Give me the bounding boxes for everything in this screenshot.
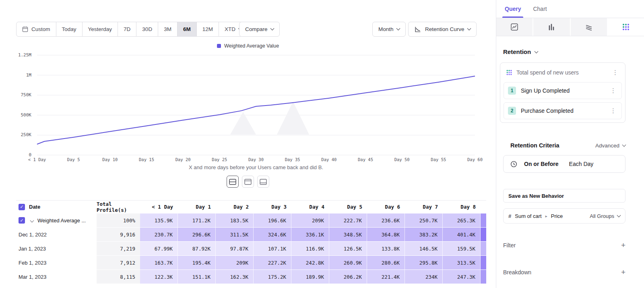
column-header-overflow <box>481 201 486 213</box>
row-checkbox[interactable]: ✓ <box>19 217 25 224</box>
retention-value-cell: 324.6K <box>254 228 291 242</box>
step-number-badge: 1 <box>508 87 516 95</box>
step-row-1[interactable]: 1 Sign Up Completed ⋮ <box>504 82 622 99</box>
retention-value-cell: 151.1K <box>178 270 216 284</box>
overflow-cell <box>481 270 486 284</box>
retention-value-cell: 209K <box>216 256 254 270</box>
retention-value-cell: 195.4K <box>178 256 216 270</box>
retention-value-cell: 175.2K <box>254 270 291 284</box>
table-row: Jan 1, 20237,21967.99K87.92K97.87K107.1K… <box>16 242 486 256</box>
x-axis-tick: < 1 Day <box>28 157 46 162</box>
total-profiles-cell: 100% <box>97 213 140 228</box>
layout-split-toggle[interactable] <box>227 176 239 188</box>
retention-table: ✓DateTotal Profile(s)< 1 DayDay 1Day 2Da… <box>16 200 486 284</box>
column-header-day-5[interactable]: Day 5 <box>329 201 367 213</box>
x-axis-tick: Day 15 <box>139 157 154 162</box>
retention-value-cell: 401.4K <box>443 228 481 242</box>
retention-timing-control[interactable]: On or Before Each Day <box>503 155 625 173</box>
behavior-card-header: Total spend of new users ⋮ <box>500 63 625 82</box>
retention-value-cell: 206.2K <box>329 270 367 284</box>
retention-value-cell: 383.2K <box>405 228 443 242</box>
retention-value-cell: 313.5K <box>443 256 481 270</box>
filter-section: Filter + <box>503 241 625 249</box>
y-axis-tick: 250K <box>10 132 31 137</box>
column-header-day-8[interactable]: Day 8 <box>443 201 481 213</box>
layout-table-toggle[interactable] <box>257 176 269 188</box>
expand-chevron-icon[interactable] <box>31 219 33 222</box>
column-header-day-7[interactable]: Day 7 <box>405 201 443 213</box>
flows-icon-tab[interactable] <box>571 18 607 36</box>
save-behavior-button[interactable]: Save as New Behavior <box>503 189 625 203</box>
column-header-total-profile-s[interactable]: Total Profile(s) <box>97 201 140 213</box>
retention-value-cell: 126.5K <box>329 242 367 256</box>
measure-property-label: Price <box>551 213 563 219</box>
x-axis-tick: Day 50 <box>394 157 410 162</box>
retention-value-cell: 97.87K <box>216 242 254 256</box>
x-axis-tick: Day 30 <box>248 157 264 162</box>
step-number-badge: 2 <box>508 107 516 115</box>
insights-icon-tab[interactable] <box>496 18 533 36</box>
column-header-date[interactable]: ✓Date <box>16 201 97 213</box>
table-row: Dec 1, 20229,916230.7K296.6K311.5K324.6K… <box>16 228 486 242</box>
x-axis-tick: Day 60 <box>467 157 483 162</box>
retention-value-cell: 296.6K <box>178 228 216 242</box>
retention-behavior-icon <box>506 69 512 76</box>
x-axis-tick: Day 55 <box>431 157 446 162</box>
retention-icon <box>622 23 630 31</box>
retention-report-app: CustomTodayYesterday7D30D3M6M12MXTD Comp… <box>0 0 644 288</box>
retention-section-dropdown[interactable]: Retention <box>503 48 625 55</box>
table-row: Mar 1, 20238,115122.3K151.1K162.3K175.2K… <box>16 270 486 284</box>
step-more-options-icon[interactable]: ⋮ <box>609 87 617 94</box>
y-axis-tick: 750K <box>10 92 31 97</box>
x-axis-tick: Day 10 <box>102 157 118 162</box>
retention-value-cell: 236.6K <box>367 213 405 228</box>
section-label: Retention <box>503 48 531 55</box>
x-axis-tick: Day 45 <box>358 157 373 162</box>
timing-interval-label: Each Day <box>569 161 594 167</box>
column-header-1-day[interactable]: < 1 Day <box>140 201 178 213</box>
chart-svg <box>0 52 496 157</box>
retention-value-cell: 221.4K <box>367 270 405 284</box>
tab-chart[interactable]: Chart <box>533 0 547 18</box>
groups-label: All Groups <box>590 213 614 219</box>
retention-value-cell: 135.9K <box>140 213 178 228</box>
advanced-dropdown[interactable]: Advanced <box>595 143 625 149</box>
funnels-icon-tab[interactable] <box>533 18 570 36</box>
add-breakdown-button[interactable]: + <box>621 268 625 276</box>
retention-value-cell: 265.3K <box>443 213 481 228</box>
step-row-2[interactable]: 2 Purchase Completed ⋮ <box>504 102 622 119</box>
retention-value-cell: 364.8K <box>367 228 405 242</box>
layout-chart-toggle[interactable] <box>242 176 254 188</box>
retention-value-cell: 280.6K <box>367 256 405 270</box>
retention-chart: X and more days before your Users came b… <box>0 0 496 173</box>
behavior-card: Total spend of new users ⋮ 1 Sign Up Com… <box>500 62 625 123</box>
column-header-day-4[interactable]: Day 4 <box>291 201 329 213</box>
retention-value-cell: 242.8K <box>291 256 329 270</box>
x-axis-tick: Day 35 <box>285 157 300 162</box>
total-profiles-cell: 8,115 <box>97 270 140 284</box>
funnels-icon <box>547 23 555 31</box>
select-all-checkbox[interactable]: ✓ <box>19 204 25 210</box>
chevron-down-icon <box>535 50 539 54</box>
insights-icon <box>510 23 518 31</box>
x-axis-tick: Day 20 <box>175 157 191 162</box>
analysis-type-tabs <box>496 18 644 36</box>
sidebar-content: Retention Total spend of new users ⋮ 1 S… <box>496 36 644 276</box>
table-row: Feb 1, 20237,912163.7K195.4K209K227.2K24… <box>16 256 486 270</box>
column-header-day-1[interactable]: Day 1 <box>178 201 216 213</box>
overflow-cell <box>481 242 486 256</box>
step-more-options-icon[interactable]: ⋮ <box>609 107 617 114</box>
x-axis-tick: Day 40 <box>321 157 336 162</box>
measure-control[interactable]: # Sum of cart ▸ Price All Groups <box>503 208 625 224</box>
behavior-more-options-icon[interactable]: ⋮ <box>611 69 619 76</box>
retention-value-cell: 171.2K <box>178 213 216 228</box>
tab-query[interactable]: Query <box>505 0 521 18</box>
column-header-day-3[interactable]: Day 3 <box>254 201 291 213</box>
retention-value-cell: 295.8K <box>405 256 443 270</box>
retention-icon-tab[interactable] <box>608 18 644 36</box>
add-filter-button[interactable]: + <box>621 241 625 249</box>
column-header-day-2[interactable]: Day 2 <box>216 201 254 213</box>
groups-dropdown[interactable]: All Groups <box>590 213 620 219</box>
column-header-day-6[interactable]: Day 6 <box>367 201 405 213</box>
row-label-cell: ✓Weighted Average ... <box>16 213 97 228</box>
